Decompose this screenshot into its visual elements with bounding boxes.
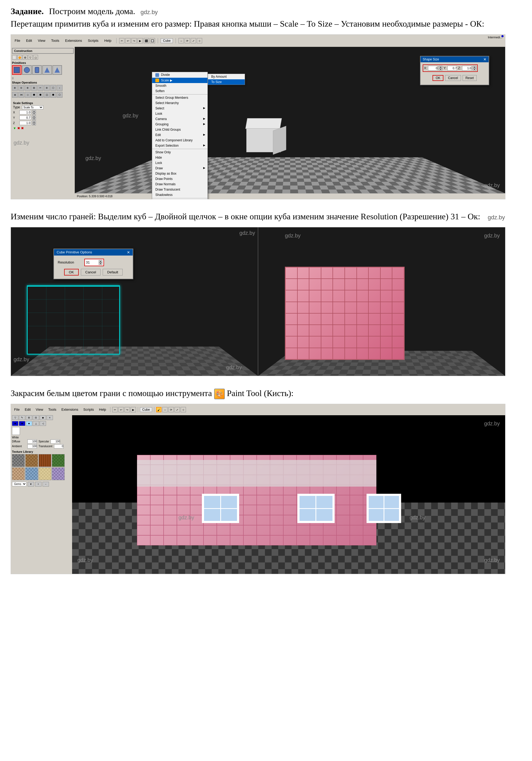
sop-2[interactable]: ⊖ (18, 85, 24, 91)
x-mark-icon[interactable]: ✖ (17, 126, 20, 130)
lib-select[interactable]: Gems (12, 482, 27, 486)
menu-tools[interactable]: Tools (49, 38, 61, 43)
ctx-add-comp[interactable]: Add to Component Library (152, 138, 207, 143)
s3-icon-7[interactable]: ⤢ (175, 407, 180, 412)
ctx-grouping[interactable]: Grouping (152, 122, 207, 127)
x-spin-dn[interactable]: ▼ (32, 112, 36, 115)
sx-up[interactable]: ▲ (439, 66, 442, 68)
cod-close[interactable]: ✕ (127, 250, 130, 255)
sz-up[interactable]: ▲ (473, 66, 476, 68)
sop-16[interactable]: ⬠ (57, 92, 63, 98)
toolbar-icon-3[interactable]: ↪ (132, 38, 137, 43)
mat-icon-1[interactable]: ▽ (12, 415, 18, 420)
ctx-link-child[interactable]: Link Child Groups (152, 127, 207, 132)
sop-4[interactable]: ⊞ (31, 85, 37, 91)
mat-icon-5[interactable]: ◆ (40, 415, 46, 420)
sop-14[interactable]: ◫ (44, 92, 50, 98)
tex-grass[interactable] (52, 454, 65, 467)
z-spin-dn[interactable]: ▼ (32, 123, 36, 125)
sz-input[interactable] (462, 66, 472, 71)
toolbar-icon-6[interactable]: 🔲 (150, 38, 155, 43)
ctx-select-group[interactable]: Select Group Members (152, 95, 207, 100)
s3-menu-help[interactable]: Help (97, 407, 108, 412)
s3-menu-ext[interactable]: Extensions (59, 407, 80, 412)
s3-icon-5[interactable]: ↔ (162, 407, 168, 412)
sop-1[interactable]: ⊕ (12, 85, 18, 91)
sop-5[interactable]: ✂ (37, 85, 43, 91)
sop-15[interactable]: ⬟ (50, 92, 56, 98)
ctx-select[interactable]: Select (152, 106, 207, 111)
tex-wood[interactable] (38, 454, 51, 467)
s3-icon-4[interactable]: ▶ (131, 407, 136, 412)
ctx-draw-translucent[interactable]: Draw Translucent (152, 187, 207, 192)
x-input[interactable] (20, 110, 31, 114)
ctx-select-hier[interactable]: Select Hierarchy (152, 100, 207, 106)
ctx-show-only[interactable]: Show Only (152, 149, 207, 155)
mat-blue-btn-2[interactable]: ■ (19, 421, 25, 426)
ctx-draw[interactable]: Draw (152, 166, 207, 171)
ctx-look[interactable]: Look (152, 111, 207, 116)
prim-sphere[interactable] (22, 65, 32, 75)
x-check-icon[interactable]: ▼ (13, 126, 16, 130)
paint-tool-btn[interactable]: 🖌 (156, 407, 161, 412)
cod-ok-btn[interactable]: OK (64, 269, 79, 275)
ctx-hide[interactable]: Hide (152, 155, 207, 160)
s3-icon-1[interactable]: ✂ (112, 407, 118, 412)
scale-icon[interactable]: ⤢ (191, 38, 196, 43)
ctx-display-box[interactable]: Display as Box (152, 171, 207, 176)
select-icon[interactable]: ⊹ (197, 38, 202, 43)
ambient-input[interactable] (27, 444, 37, 448)
panel-icon-2[interactable]: 🔶 (17, 55, 22, 60)
sop-6[interactable]: ⊚ (44, 85, 50, 91)
menu-view[interactable]: View (36, 38, 47, 43)
y-mark-icon[interactable]: ✖ (21, 126, 24, 130)
sop-11[interactable]: ◇ (25, 92, 30, 98)
x-spin-up[interactable]: ▲ (32, 110, 36, 112)
cod-spin-dn[interactable]: ▼ (99, 263, 102, 265)
ctx-draw-normals[interactable]: Draw Normals (152, 182, 207, 187)
cod-resolution-input[interactable] (86, 260, 98, 265)
s3-menu-view[interactable]: View (33, 407, 45, 412)
tex-water[interactable] (25, 467, 38, 480)
shape-size-close[interactable]: ✕ (483, 57, 487, 62)
diffuse-input[interactable] (27, 439, 37, 444)
shape-size-cancel[interactable]: Cancel (445, 75, 461, 81)
ctx-shadowless[interactable]: Shadowless (152, 192, 207, 198)
sop-8[interactable]: ↕ (57, 85, 63, 91)
ctx-smooth[interactable]: Smooth (152, 83, 207, 88)
cod-cancel-btn[interactable]: Cancel (81, 269, 101, 275)
ctx-camera[interactable]: Camera (152, 116, 207, 122)
ctx-soften[interactable]: Soften (152, 88, 207, 94)
toolbar-icon-4[interactable]: ▶ (137, 38, 143, 43)
panel-icon-1[interactable]: ⬜ (12, 55, 17, 60)
mat-icon-6[interactable]: ≡ (47, 415, 53, 420)
panel-icon-3[interactable]: ⚙ (23, 55, 27, 60)
mat-btn-8[interactable]: △ (33, 421, 39, 426)
tex-stone[interactable] (12, 454, 25, 467)
menu-file[interactable]: File (13, 38, 22, 43)
ctx-draw-points[interactable]: Draw Points (152, 176, 207, 182)
tex-sand[interactable] (12, 467, 25, 480)
ctx-divide[interactable]: Divide (152, 72, 207, 78)
sub-to-size[interactable]: To Size (208, 79, 245, 85)
sy-input[interactable] (448, 66, 457, 71)
scale-type-select[interactable]: Scale To (22, 105, 43, 109)
menu-edit[interactable]: Edit (24, 38, 34, 43)
y-spin-dn[interactable]: ▼ (32, 118, 36, 120)
ctx-lock[interactable]: Lock (152, 160, 207, 166)
toolbar-icon-1[interactable]: ✂ (119, 38, 125, 43)
s3-menu-file[interactable]: File (12, 407, 22, 412)
mat-icon-4[interactable]: ⊟ (33, 415, 39, 420)
rotate-icon[interactable]: ⟳ (185, 38, 190, 43)
lib-btn-3[interactable]: − (42, 482, 49, 487)
sop-10[interactable]: ⋈ (18, 92, 24, 98)
menu-extensions[interactable]: Extensions (63, 38, 84, 43)
ctx-edit[interactable]: Edit (152, 132, 207, 138)
z-spin-up[interactable]: ▲ (32, 121, 36, 123)
s3-menu-scripts[interactable]: Scripts (81, 407, 96, 412)
y-spin-up[interactable]: ▲ (32, 115, 36, 118)
ctx-scale[interactable]: Scale ▶ (152, 78, 207, 83)
sx-input[interactable] (428, 66, 438, 71)
mat-btn-9[interactable]: ◁ (40, 421, 46, 426)
s3-icon-6[interactable]: ⟳ (168, 407, 174, 412)
